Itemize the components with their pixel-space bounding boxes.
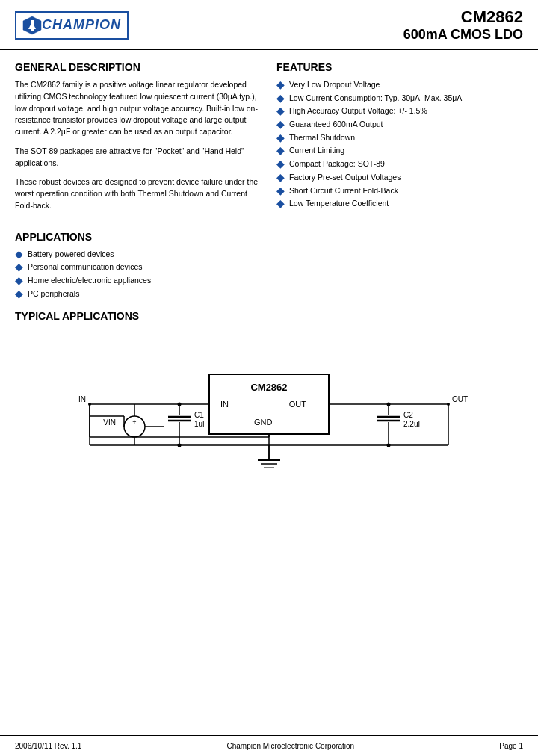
list-item: ◆Factory Pre-set Output Voltages xyxy=(276,172,523,183)
list-item: ◆Short Circuit Current Fold-Back xyxy=(276,185,523,196)
svg-text:1uF: 1uF xyxy=(194,420,207,428)
svg-text:C1: C1 xyxy=(194,411,204,419)
part-number: CM2862 xyxy=(404,7,523,27)
header-title: CM2862 600mA CMOS LDO xyxy=(404,7,523,43)
circuit-svg: CM2862 IN OUT GND IN OUT xyxy=(60,329,478,479)
applications-title: APPLICATIONS xyxy=(15,231,523,243)
list-item: ◆Personal communication devices xyxy=(15,261,523,273)
bullet-icon: ◆ xyxy=(276,93,285,103)
footer-date: 2006/10/11 Rev. 1.1 xyxy=(15,742,81,750)
right-column: FEATURES ◆Very Low Dropout Voltage◆Low C… xyxy=(276,61,523,220)
svg-text:IN: IN xyxy=(220,400,229,409)
features-title: FEATURES xyxy=(276,61,523,73)
circuit-diagram: CM2862 IN OUT GND IN OUT xyxy=(15,329,523,479)
svg-text:VIN: VIN xyxy=(103,418,116,427)
list-item: ◆Home electric/electronic appliances xyxy=(15,275,523,286)
svg-point-47 xyxy=(387,444,391,447)
logo-icon xyxy=(22,16,42,35)
svg-text:2.2uF: 2.2uF xyxy=(404,420,423,428)
svg-point-38 xyxy=(178,403,182,406)
svg-text:IN: IN xyxy=(78,395,86,403)
left-column: GENERAL DESCRIPTION The CM2862 family is… xyxy=(15,61,262,220)
svg-text:+: + xyxy=(132,418,136,426)
general-description-title: GENERAL DESCRIPTION xyxy=(15,61,262,73)
bullet-icon: ◆ xyxy=(276,132,285,143)
bullet-icon: ◆ xyxy=(276,79,285,90)
page-header: CHAMPION CM2862 600mA CMOS LDO xyxy=(0,0,538,50)
list-item: ◆Current Limiting xyxy=(276,145,523,156)
svg-text:GND: GND xyxy=(254,418,273,427)
footer-company: Champion Microelectronic Corporation xyxy=(227,742,355,750)
svg-text:-: - xyxy=(134,426,136,433)
list-item: ◆High Accuracy Output Voltage: +/- 1.5% xyxy=(276,105,523,117)
bullet-icon: ◆ xyxy=(276,119,285,129)
bullet-icon: ◆ xyxy=(15,275,23,285)
general-description-para1: The CM2862 family is a positive voltage … xyxy=(15,79,262,138)
bullet-icon: ◆ xyxy=(15,261,23,272)
logo-text: CHAMPION xyxy=(42,17,121,33)
typical-applications-section: TYPICAL APPLICATIONS CM2862 IN OUT GND I… xyxy=(15,310,523,479)
list-item: ◆Battery-powered devices xyxy=(15,249,523,260)
svg-text:OUT: OUT xyxy=(452,395,468,403)
bullet-icon: ◆ xyxy=(276,185,285,196)
part-desc: 600mA CMOS LDO xyxy=(404,27,523,43)
bottom-content: APPLICATIONS ◆Battery-powered devices◆Pe… xyxy=(0,231,538,480)
general-description-para2: The SOT-89 packages are attractive for "… xyxy=(15,146,262,170)
features-list: ◆Very Low Dropout Voltage◆Low Current Co… xyxy=(276,79,523,209)
list-item: ◆Guaranteed 600mA Output xyxy=(276,119,523,130)
bullet-icon: ◆ xyxy=(15,249,23,259)
svg-text:C2: C2 xyxy=(404,411,413,419)
footer-page: Page 1 xyxy=(499,742,523,750)
list-item: ◆Low Current Consumption: Typ. 30μA, Max… xyxy=(276,93,523,104)
bullet-icon: ◆ xyxy=(276,198,285,208)
page-footer: 2006/10/11 Rev. 1.1 Champion Microelectr… xyxy=(0,735,538,756)
main-content: GENERAL DESCRIPTION The CM2862 family is… xyxy=(0,50,538,231)
list-item: ◆Low Temperature Coefficient xyxy=(276,198,523,209)
bullet-icon: ◆ xyxy=(276,145,285,155)
bullet-icon: ◆ xyxy=(276,105,285,116)
list-item: ◆Very Low Dropout Voltage xyxy=(276,79,523,90)
logo-box: CHAMPION xyxy=(15,11,129,40)
svg-text:OUT: OUT xyxy=(289,400,307,409)
list-item: ◆Compact Package: SOT-89 xyxy=(276,158,523,170)
applications-list: ◆Battery-powered devices◆Personal commun… xyxy=(15,249,523,300)
list-item: ◆Thermal Shutdown xyxy=(276,132,523,143)
typical-applications-title: TYPICAL APPLICATIONS xyxy=(15,310,523,322)
svg-point-39 xyxy=(178,444,182,447)
list-item: ◆PC peripherals xyxy=(15,288,523,300)
bullet-icon: ◆ xyxy=(276,172,285,182)
svg-point-46 xyxy=(387,403,391,406)
bullet-icon: ◆ xyxy=(15,288,23,299)
svg-text:CM2862: CM2862 xyxy=(250,382,287,393)
general-description-para3: These robust devices are designed to pre… xyxy=(15,176,262,211)
bullet-icon: ◆ xyxy=(276,158,285,169)
applications-section: APPLICATIONS ◆Battery-powered devices◆Pe… xyxy=(15,231,523,300)
